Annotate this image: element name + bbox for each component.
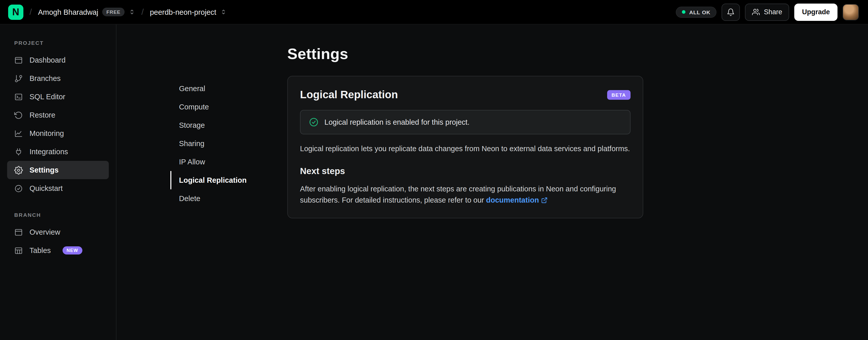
monitoring-icon: [14, 129, 23, 138]
settings-nav-sharing[interactable]: Sharing: [170, 134, 287, 153]
check-circle-icon: [14, 184, 23, 193]
bell-icon: [726, 8, 735, 16]
project-selector-icon[interactable]: [220, 9, 227, 15]
breadcrumb-project[interactable]: peerdb-neon-project: [150, 8, 227, 16]
alert-text: Logical replication is enabled for this …: [324, 118, 470, 126]
table-icon: [14, 246, 23, 255]
card-description: Logical replication lets you replicate d…: [300, 144, 630, 155]
top-bar: N / Amogh Bharadwaj FREE / peerdb-neon-p…: [0, 0, 868, 24]
upgrade-button[interactable]: Upgrade: [794, 3, 837, 21]
dashboard-icon: [14, 56, 23, 64]
sidebar-item-sql-editor[interactable]: SQL Editor: [7, 88, 109, 106]
settings-nav-label: Compute: [179, 103, 209, 111]
share-label: Share: [764, 8, 782, 16]
project-name: peerdb-neon-project: [150, 8, 216, 16]
content-area: General Compute Storage Sharing IP Allow…: [117, 24, 868, 340]
sidebar-section-branch: BRANCH: [7, 212, 109, 218]
settings-nav: General Compute Storage Sharing IP Allow…: [170, 24, 287, 340]
sidebar-item-monitoring[interactable]: Monitoring: [7, 124, 109, 143]
success-alert: Logical replication is enabled for this …: [300, 110, 630, 134]
settings-nav-storage[interactable]: Storage: [170, 116, 287, 134]
overview-icon: [14, 228, 23, 236]
external-link-icon[interactable]: [541, 197, 548, 203]
sidebar-item-quickstart[interactable]: Quickstart: [7, 179, 109, 197]
users-icon: [752, 8, 760, 16]
app-body: PROJECT Dashboard Branches SQL Editor: [0, 24, 868, 340]
settings-nav-label: Storage: [179, 121, 205, 129]
settings-nav-ip-allow[interactable]: IP Allow: [170, 153, 287, 171]
sidebar-item-label: Quickstart: [30, 184, 63, 192]
sidebar-item-label: Settings: [30, 166, 59, 174]
neon-logo[interactable]: N: [8, 4, 23, 20]
org-selector-icon[interactable]: [129, 9, 135, 15]
settings-nav-logical-replication[interactable]: Logical Replication: [170, 171, 287, 189]
sidebar-item-label: Monitoring: [30, 129, 64, 137]
sidebar-section-gap: [7, 197, 109, 212]
main-column: Settings Logical Replication BETA Logica…: [287, 24, 643, 340]
user-avatar[interactable]: [843, 4, 859, 20]
integrations-icon: [14, 147, 23, 156]
logical-replication-card: Logical Replication BETA Logical replica…: [287, 76, 643, 219]
beta-badge: BETA: [607, 90, 630, 100]
settings-nav-label: Delete: [179, 194, 200, 203]
neon-logo-letter: N: [12, 6, 19, 18]
settings-nav-general[interactable]: General: [170, 79, 287, 98]
settings-nav-delete[interactable]: Delete: [170, 189, 287, 208]
sidebar-item-settings[interactable]: Settings: [7, 161, 109, 179]
card-header: Logical Replication BETA: [300, 89, 630, 101]
sidebar-section-project: PROJECT: [7, 40, 109, 46]
status-badge[interactable]: ALL OK: [676, 6, 717, 18]
sidebar-item-tables[interactable]: Tables NEW: [7, 241, 109, 260]
sidebar-item-label: SQL Editor: [30, 93, 65, 101]
new-badge: NEW: [63, 246, 82, 254]
upgrade-label: Upgrade: [802, 8, 830, 16]
sidebar-item-label: Tables: [30, 246, 51, 254]
sidebar-item-label: Overview: [30, 228, 60, 236]
sidebar-item-dashboard[interactable]: Dashboard: [7, 51, 109, 69]
sql-editor-icon: [14, 92, 23, 101]
settings-nav-label: Logical Replication: [179, 176, 247, 184]
settings-nav-label: IP Allow: [179, 158, 205, 166]
notifications-button[interactable]: [721, 3, 740, 21]
settings-nav-label: Sharing: [179, 139, 205, 148]
status-label: ALL OK: [689, 9, 711, 15]
page-title: Settings: [287, 45, 643, 63]
gear-icon: [14, 166, 23, 174]
sidebar-item-label: Branches: [30, 74, 61, 82]
sidebar-item-label: Integrations: [30, 148, 68, 156]
check-circle-icon: [309, 117, 319, 127]
settings-nav-compute[interactable]: Compute: [170, 98, 287, 116]
sidebar-item-integrations[interactable]: Integrations: [7, 143, 109, 161]
card-title: Logical Replication: [300, 89, 398, 101]
breadcrumb-separator: /: [142, 7, 144, 17]
sidebar-item-label: Restore: [30, 111, 55, 119]
restore-icon: [14, 111, 23, 119]
sidebar-item-overview[interactable]: Overview: [7, 223, 109, 241]
org-name: Amogh Bharadwaj: [38, 8, 98, 16]
share-button[interactable]: Share: [745, 3, 789, 21]
breadcrumb-org[interactable]: Amogh Bharadwaj FREE: [38, 8, 135, 16]
sidebar-item-restore[interactable]: Restore: [7, 106, 109, 124]
next-steps-title: Next steps: [300, 166, 630, 177]
topbar-actions: ALL OK Share Upgrade: [676, 3, 859, 21]
next-steps-text-before: After enabling logical replication, the …: [300, 185, 616, 204]
git-branch-icon: [14, 74, 23, 83]
documentation-link[interactable]: documentation: [486, 196, 539, 204]
breadcrumb-separator: /: [30, 7, 32, 17]
plan-badge: FREE: [102, 8, 125, 16]
sidebar-item-label: Dashboard: [30, 56, 66, 64]
sidebar: PROJECT Dashboard Branches SQL Editor: [0, 24, 117, 340]
status-dot-icon: [682, 10, 686, 14]
next-steps-text: After enabling logical replication, the …: [300, 184, 630, 206]
app-window: N / Amogh Bharadwaj FREE / peerdb-neon-p…: [0, 0, 868, 340]
sidebar-item-branches[interactable]: Branches: [7, 69, 109, 88]
settings-nav-label: General: [179, 84, 205, 93]
